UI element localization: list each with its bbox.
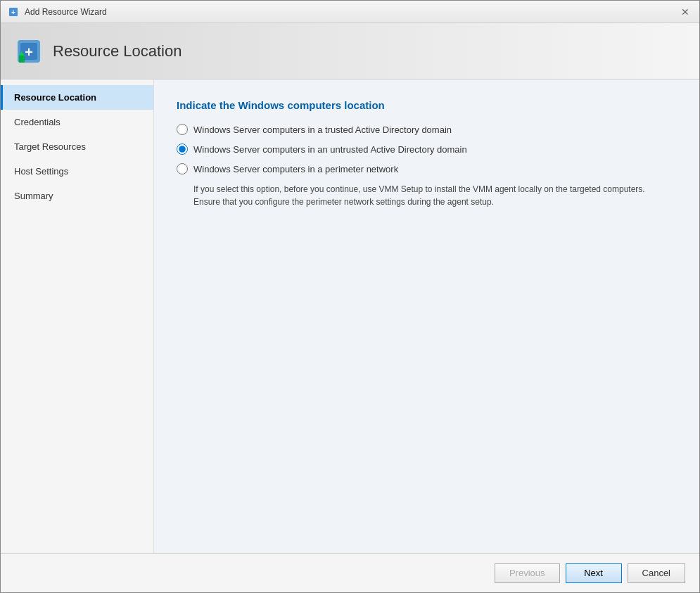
wizard-window: + Add Resource Wizard ✕ + Resource Locat… (0, 0, 700, 593)
radio-label-untrusted-ad: Windows Server computers in an untrusted… (193, 144, 467, 155)
previous-button[interactable]: Previous (495, 563, 560, 583)
sidebar: Resource Location Credentials Target Res… (1, 79, 154, 553)
title-bar: + Add Resource Wizard ✕ (1, 1, 699, 23)
footer: Previous Next Cancel (1, 553, 699, 592)
radio-untrusted-ad[interactable] (177, 144, 188, 155)
radio-option-trusted-ad[interactable]: Windows Server computers in a trusted Ac… (177, 124, 677, 135)
sidebar-item-target-resources[interactable]: Target Resources (1, 134, 153, 159)
main-content: Indicate the Windows computers location … (154, 79, 699, 553)
app-icon: + (8, 6, 19, 18)
next-button[interactable]: Next (566, 563, 622, 583)
radio-trusted-ad[interactable] (177, 124, 188, 135)
radio-perimeter[interactable] (177, 163, 188, 174)
title-bar-left: + Add Resource Wizard (8, 6, 107, 18)
header-banner: + Resource Location (1, 23, 699, 79)
wizard-icon: + (15, 37, 43, 65)
window-title: Add Resource Wizard (25, 7, 107, 17)
content-area: Resource Location Credentials Target Res… (1, 79, 699, 553)
sidebar-item-host-settings[interactable]: Host Settings (1, 159, 153, 184)
svg-rect-5 (19, 56, 25, 63)
radio-label-perimeter: Windows Server computers in a perimeter … (193, 164, 398, 174)
perimeter-info-text: If you select this option, before you co… (193, 183, 672, 208)
svg-text:+: + (25, 44, 33, 60)
section-title: Indicate the Windows computers location (177, 99, 677, 111)
close-button[interactable]: ✕ (678, 5, 692, 19)
sidebar-item-resource-location[interactable]: Resource Location (1, 85, 153, 110)
radio-option-untrusted-ad[interactable]: Windows Server computers in an untrusted… (177, 144, 677, 155)
sidebar-item-summary[interactable]: Summary (1, 184, 153, 208)
header-title: Resource Location (53, 42, 182, 60)
radio-option-perimeter[interactable]: Windows Server computers in a perimeter … (177, 163, 677, 174)
header-icon: + (15, 37, 43, 65)
sidebar-item-credentials[interactable]: Credentials (1, 110, 153, 134)
cancel-button[interactable]: Cancel (628, 563, 685, 583)
svg-text:+: + (11, 8, 15, 16)
radio-label-trusted-ad: Windows Server computers in a trusted Ac… (193, 125, 452, 135)
